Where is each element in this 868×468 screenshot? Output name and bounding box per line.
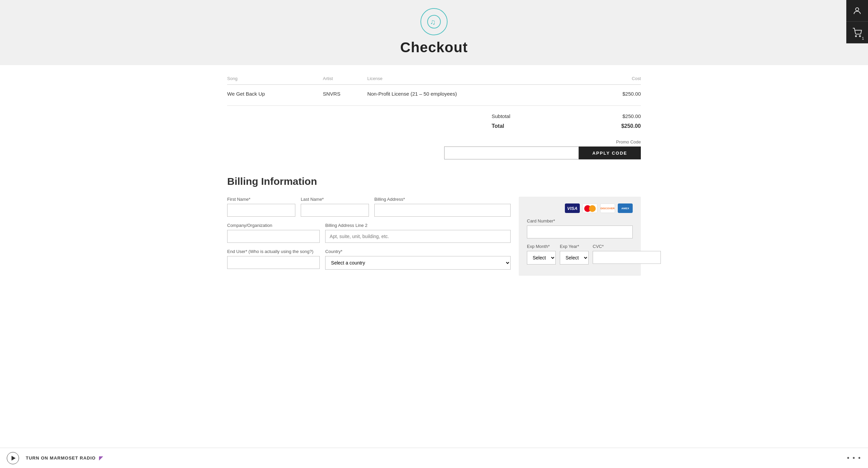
cart-badge: 1: [862, 36, 864, 40]
mastercard-icon: [583, 203, 597, 213]
billing-address-input[interactable]: [374, 204, 511, 217]
order-cost: $250.00: [594, 85, 641, 103]
first-name-input[interactable]: [227, 204, 295, 217]
svg-point-4: [859, 35, 861, 37]
cvc-input[interactable]: [593, 251, 661, 264]
last-name-group: Last Name*: [301, 197, 369, 217]
end-user-label: End User* (Who is actually using the son…: [227, 249, 320, 254]
country-select[interactable]: Select a country: [325, 256, 511, 270]
end-user-group: End User* (Who is actually using the son…: [227, 249, 320, 270]
total-label: Total: [492, 123, 504, 129]
company-input[interactable]: [227, 230, 320, 243]
promo-label: Promo Code: [616, 139, 641, 144]
logo: ♫: [420, 8, 448, 35]
total-row: Total $250.00: [492, 121, 641, 131]
billing-left: First Name* Last Name* Billing Address*: [227, 197, 511, 276]
billing-title: Billing Information: [227, 176, 641, 187]
billing-right: VISA DISCOVER AMEX Card Number*: [519, 197, 641, 276]
card-icons: VISA DISCOVER AMEX: [527, 203, 633, 213]
cvc-group: CVC*: [593, 244, 661, 265]
company-label: Company/Organization: [227, 223, 320, 228]
col-cost: Cost: [594, 73, 641, 85]
form-row-3: End User* (Who is actually using the son…: [227, 249, 511, 270]
col-license: License: [367, 73, 594, 85]
cart-icon-button[interactable]: 1: [846, 22, 868, 43]
order-song: We Get Back Up: [227, 85, 323, 103]
exp-cvc-row: Exp Month* Select Exp Year* Select CVC*: [527, 244, 633, 265]
exp-year-select[interactable]: Select: [560, 251, 589, 265]
page-header: ♫ Checkout 1: [0, 0, 868, 65]
form-row-1: First Name* Last Name* Billing Address*: [227, 197, 511, 217]
order-row: We Get Back Up SNVRS Non-Profit License …: [227, 85, 641, 103]
first-name-group: First Name*: [227, 197, 295, 217]
svg-point-3: [855, 35, 857, 37]
card-number-label: Card Number*: [527, 218, 633, 223]
total-value: $250.00: [621, 123, 641, 129]
order-summary: Subtotal $250.00 Total $250.00: [492, 111, 641, 131]
exp-month-label: Exp Month*: [527, 244, 556, 249]
billing-grid: First Name* Last Name* Billing Address*: [227, 197, 641, 276]
exp-year-label: Exp Year*: [560, 244, 589, 249]
discover-icon: DISCOVER: [600, 203, 615, 213]
subtotal-label: Subtotal: [492, 113, 510, 119]
apply-code-button[interactable]: APPLY CODE: [579, 147, 641, 159]
card-number-group: Card Number*: [527, 218, 633, 238]
billing-section: Billing Information First Name* Last Nam…: [227, 176, 641, 276]
svg-point-2: [855, 7, 859, 11]
exp-month-group: Exp Month* Select: [527, 244, 556, 265]
exp-month-select[interactable]: Select: [527, 251, 556, 265]
svg-text:♫: ♫: [430, 18, 436, 26]
page-title: Checkout: [400, 39, 468, 56]
last-name-input[interactable]: [301, 204, 369, 217]
company-group: Company/Organization: [227, 223, 320, 243]
promo-section: Promo Code APPLY CODE: [227, 139, 641, 159]
form-row-2: Company/Organization Billing Address Lin…: [227, 223, 511, 243]
last-name-label: Last Name*: [301, 197, 369, 202]
visa-icon: VISA: [565, 203, 580, 213]
col-artist: Artist: [323, 73, 367, 85]
cvc-label: CVC*: [593, 244, 661, 249]
promo-row: APPLY CODE: [444, 147, 641, 159]
user-icon-button[interactable]: [846, 0, 868, 22]
order-license: Non-Profit License (21 – 50 employees): [367, 85, 594, 103]
country-label: Country*: [325, 249, 511, 254]
billing-address2-label: Billing Address Line 2: [325, 223, 511, 228]
header-icons: 1: [846, 0, 868, 43]
billing-address2-group: Billing Address Line 2: [325, 223, 511, 243]
billing-address2-input[interactable]: [325, 230, 511, 243]
main-content: Song Artist License Cost We Get Back Up …: [214, 65, 654, 303]
subtotal-row: Subtotal $250.00: [492, 111, 641, 121]
col-song: Song: [227, 73, 323, 85]
promo-input[interactable]: [444, 147, 579, 159]
order-table: Song Artist License Cost We Get Back Up …: [227, 73, 641, 103]
exp-year-group: Exp Year* Select: [560, 244, 589, 265]
card-number-input[interactable]: [527, 226, 633, 238]
first-name-label: First Name*: [227, 197, 295, 202]
country-group: Country* Select a country: [325, 249, 511, 270]
billing-address-label: Billing Address*: [374, 197, 511, 202]
subtotal-value: $250.00: [623, 113, 641, 119]
amex-icon: AMEX: [618, 203, 633, 213]
billing-address-group: Billing Address*: [374, 197, 511, 217]
order-artist: SNVRS: [323, 85, 367, 103]
end-user-input[interactable]: [227, 256, 320, 269]
